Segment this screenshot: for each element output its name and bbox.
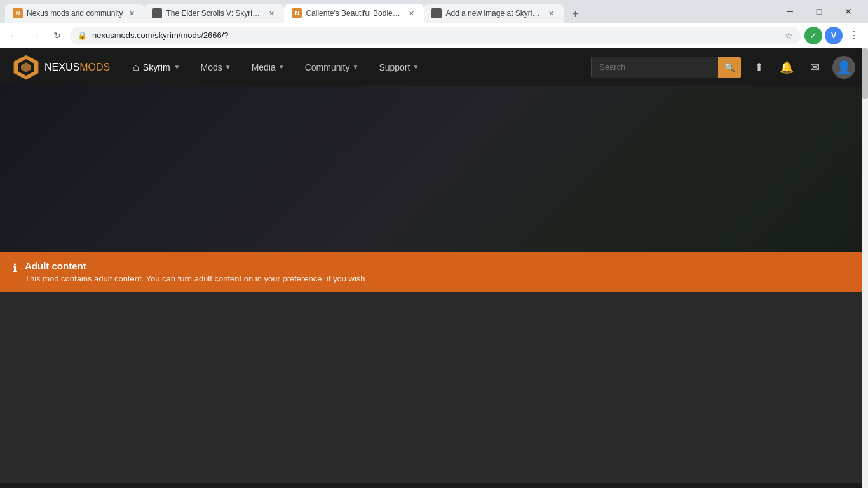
scrollbar-thumb[interactable] bbox=[862, 48, 868, 99]
below-banner-area bbox=[0, 292, 868, 483]
tab-nexus[interactable]: N Nexus mods and community ✕ bbox=[5, 4, 144, 23]
favicon-skyrim bbox=[152, 8, 162, 18]
nav-support-label: Support bbox=[379, 62, 410, 72]
notifications-button[interactable]: 🔔 bbox=[776, 57, 797, 78]
tab-add-image[interactable]: Add a new image at Skyrim Nex... ✕ bbox=[424, 4, 564, 23]
security-lock-icon: 🔒 bbox=[78, 31, 87, 40]
search-icon: 🔍 bbox=[724, 62, 735, 72]
address-actions: ✓ V ⋮ bbox=[804, 27, 863, 44]
hero-bg-overlay bbox=[0, 86, 868, 252]
nav-media[interactable]: Media ▼ bbox=[241, 48, 295, 86]
favicon-add bbox=[431, 8, 442, 18]
adult-banner-text: This mod contains adult content. You can… bbox=[25, 274, 365, 283]
browser-chrome: N Nexus mods and community ✕ The Elder S… bbox=[0, 0, 868, 48]
tab-caliente[interactable]: N Caliente's Beautiful Bodies Editio... … bbox=[284, 4, 424, 23]
home-icon: ⌂ bbox=[133, 62, 139, 73]
window-controls: ─ □ ✕ bbox=[775, 1, 863, 22]
forward-button[interactable]: → bbox=[27, 27, 44, 44]
reload-button[interactable]: ↻ bbox=[48, 27, 66, 44]
nav-items: ⌂ Skyrim ▼ Mods ▼ Media ▼ Community ▼ Su… bbox=[123, 48, 591, 86]
minimize-button[interactable]: ─ bbox=[775, 1, 804, 22]
nav-game-label: Skyrim bbox=[143, 62, 170, 72]
favicon-nexus: N bbox=[13, 8, 23, 18]
upload-button[interactable]: ⬆ bbox=[749, 57, 769, 78]
shield-icon: ✓ bbox=[804, 27, 822, 44]
scrollbar-track[interactable] bbox=[862, 48, 868, 488]
maximize-button[interactable]: □ bbox=[804, 1, 834, 22]
close-button[interactable]: ✕ bbox=[834, 1, 863, 22]
adult-banner-title: Adult content bbox=[25, 261, 365, 271]
nav-search: 🔍 bbox=[591, 57, 741, 78]
avatar-icon: 👤 bbox=[836, 60, 852, 75]
nav-community-label: Community bbox=[305, 62, 350, 72]
site-nav: NEXUSMODS ⌂ Skyrim ▼ Mods ▼ Media ▼ Comm… bbox=[0, 48, 868, 86]
user-avatar[interactable]: 👤 bbox=[832, 56, 855, 79]
tab-title-add: Add a new image at Skyrim Nex... bbox=[445, 9, 542, 18]
nav-community[interactable]: Community ▼ bbox=[295, 48, 369, 86]
logo-area[interactable]: NEXUSMODS bbox=[13, 54, 110, 81]
back-button[interactable]: ← bbox=[5, 27, 23, 44]
favicon-caliente: N bbox=[292, 8, 302, 18]
profile-button[interactable]: V bbox=[825, 27, 843, 44]
tab-close-add[interactable]: ✕ bbox=[546, 8, 556, 18]
nav-media-label: Media bbox=[252, 62, 276, 72]
adult-banner-content: Adult content This mod contains adult co… bbox=[25, 261, 365, 283]
logo-nexus: NEXUS bbox=[44, 62, 79, 72]
logo-mods: MODS bbox=[79, 62, 110, 72]
search-button[interactable]: 🔍 bbox=[718, 57, 741, 78]
game-chevron-icon: ▼ bbox=[174, 64, 180, 71]
nav-mods[interactable]: Mods ▼ bbox=[190, 48, 241, 86]
nav-actions: ⬆ 🔔 ✉ 👤 bbox=[749, 56, 855, 79]
tab-title-skyrim: The Elder Scrolls V: Skyrim - Mo... bbox=[166, 9, 262, 18]
title-bar: N Nexus mods and community ✕ The Elder S… bbox=[0, 0, 868, 23]
nav-support[interactable]: Support ▼ bbox=[369, 48, 429, 86]
logo-text: NEXUSMODS bbox=[44, 62, 110, 73]
hero-image-area bbox=[0, 86, 868, 252]
support-chevron-icon: ▼ bbox=[412, 64, 419, 71]
tab-title-nexus: Nexus mods and community bbox=[27, 9, 123, 18]
new-tab-button[interactable]: + bbox=[566, 5, 584, 23]
site-content: NEXUSMODS ⌂ Skyrim ▼ Mods ▼ Media ▼ Comm… bbox=[0, 48, 868, 483]
nexusmods-logo-icon bbox=[13, 54, 39, 81]
messages-button[interactable]: ✉ bbox=[804, 57, 825, 78]
menu-button[interactable]: ⋮ bbox=[845, 27, 863, 44]
mods-chevron-icon: ▼ bbox=[225, 64, 231, 71]
community-chevron-icon: ▼ bbox=[352, 64, 358, 71]
tab-close-nexus[interactable]: ✕ bbox=[126, 8, 137, 18]
info-icon: ℹ bbox=[13, 261, 17, 275]
url-text: nexusmods.com/skyrim/mods/2666/? bbox=[92, 30, 780, 40]
nav-home-game[interactable]: ⌂ Skyrim ▼ bbox=[123, 48, 190, 86]
tab-title-caliente: Caliente's Beautiful Bodies Editio... bbox=[306, 9, 402, 18]
bookmark-star-icon[interactable]: ☆ bbox=[785, 30, 793, 41]
bell-icon: 🔔 bbox=[780, 60, 794, 74]
url-bar[interactable]: 🔒 nexusmods.com/skyrim/mods/2666/? ☆ bbox=[70, 27, 801, 44]
mail-icon: ✉ bbox=[810, 60, 820, 74]
tab-close-caliente[interactable]: ✕ bbox=[406, 8, 416, 18]
tab-skyrim[interactable]: The Elder Scrolls V: Skyrim - Mo... ✕ bbox=[144, 4, 284, 23]
nav-mods-label: Mods bbox=[200, 62, 222, 72]
adult-content-banner: ℹ Adult content This mod contains adult … bbox=[0, 252, 868, 292]
search-input[interactable] bbox=[591, 57, 718, 78]
tabs-area: N Nexus mods and community ✕ The Elder S… bbox=[5, 0, 770, 23]
tab-close-skyrim[interactable]: ✕ bbox=[266, 8, 276, 18]
address-bar: ← → ↻ 🔒 nexusmods.com/skyrim/mods/2666/?… bbox=[0, 23, 868, 48]
media-chevron-icon: ▼ bbox=[278, 64, 285, 71]
upload-icon: ⬆ bbox=[754, 60, 764, 74]
